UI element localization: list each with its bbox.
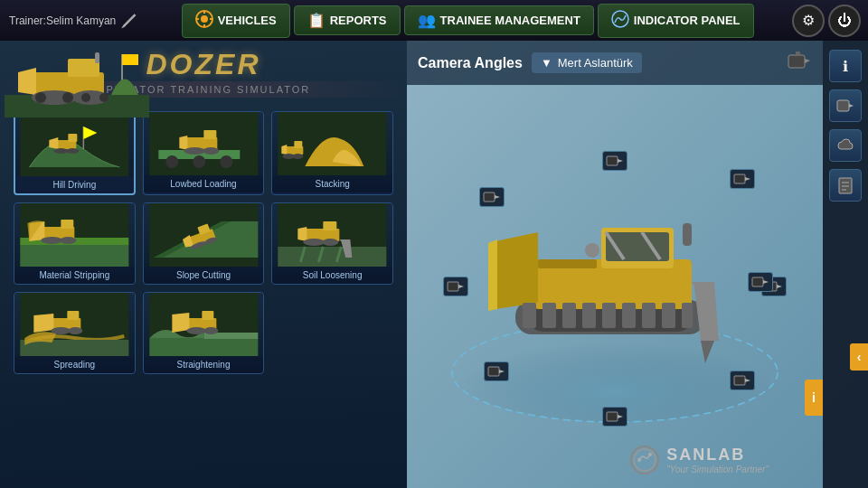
svg-point-38 — [293, 154, 304, 159]
stacking-label: Stacking — [272, 175, 392, 192]
svg-point-12 — [35, 92, 46, 103]
operator-selector[interactable]: ▼ Mert Aslantürk — [532, 52, 642, 73]
camera-mover-icon[interactable] — [787, 48, 812, 78]
svg-point-13 — [62, 92, 73, 103]
svg-rect-99 — [607, 412, 618, 421]
cam-bottom-left[interactable] — [484, 361, 509, 381]
expand-button[interactable]: i — [805, 380, 823, 416]
svg-rect-22 — [68, 134, 77, 142]
stacking-image — [272, 112, 392, 175]
cam-bottom[interactable] — [602, 407, 627, 427]
top-nav: Trainer:Selim Kamyan VEHICLES 📋 REPORTS … — [0, 0, 868, 41]
svg-rect-111 — [734, 376, 745, 385]
svg-rect-92 — [662, 303, 675, 328]
nav-reports[interactable]: 📋 REPORTS — [294, 5, 401, 35]
edit-icon[interactable] — [121, 13, 137, 29]
nav-vehicles[interactable]: VEHICLES — [182, 4, 290, 38]
svg-marker-119 — [849, 104, 854, 108]
info-button[interactable]: ℹ — [829, 50, 862, 82]
cam-left[interactable] — [443, 277, 468, 296]
svg-rect-88 — [582, 303, 596, 328]
svg-point-28 — [193, 155, 205, 168]
scenarios-grid: Hill Driving — [0, 102, 407, 383]
trainer-info: Trainer:Selim Kamyan — [0, 13, 146, 29]
svg-rect-61 — [20, 340, 128, 356]
video-button[interactable] — [829, 89, 862, 122]
svg-rect-36 — [295, 141, 303, 148]
svg-rect-113 — [752, 277, 763, 286]
svg-rect-16 — [122, 54, 138, 65]
nav-indicator-panel[interactable]: INDICATOR PANEL — [598, 4, 754, 38]
svg-rect-101 — [448, 282, 458, 291]
svg-point-59 — [323, 239, 339, 246]
scenario-hill-driving[interactable]: Hill Driving — [14, 111, 136, 195]
reports-label: REPORTS — [330, 14, 387, 27]
svg-rect-75 — [796, 52, 800, 56]
indicator-label: INDICATOR PANEL — [634, 14, 741, 27]
svg-marker-98 — [618, 159, 623, 163]
lowbed-loading-image — [144, 112, 264, 175]
svg-rect-118 — [837, 100, 849, 111]
right-sidebar: ℹ i ‹ — [823, 41, 868, 488]
svg-rect-96 — [683, 223, 692, 246]
collapse-icon: ‹ — [857, 350, 862, 364]
scenario-soil-loosening[interactable]: Soil Loosening — [271, 202, 393, 285]
soil-loosening-image — [272, 203, 392, 267]
scenario-lowbed-loading[interactable]: Lowbed Loading — [143, 111, 265, 195]
scenario-stacking[interactable]: Stacking — [271, 111, 393, 195]
svg-point-65 — [68, 327, 82, 334]
collapse-button[interactable]: ‹ — [850, 343, 868, 371]
hill-driving-image — [15, 113, 134, 176]
svg-marker-104 — [777, 285, 782, 288]
straightening-label: Straightening — [144, 356, 264, 373]
svg-point-71 — [186, 327, 206, 334]
scenario-straightening[interactable]: Straightening — [143, 292, 265, 374]
svg-rect-73 — [788, 55, 805, 68]
straightening-image — [144, 293, 264, 356]
svg-point-64 — [51, 327, 71, 334]
cloud-button[interactable] — [829, 129, 862, 162]
svg-point-27 — [165, 155, 178, 168]
cam-top-left[interactable] — [479, 187, 505, 207]
cam-mid-right[interactable] — [748, 272, 773, 292]
dozer-3d-model — [425, 142, 805, 431]
svg-marker-108 — [745, 177, 750, 181]
material-stripping-label: Material Stripping — [14, 267, 135, 284]
spreading-label: Spreading — [14, 356, 135, 373]
scenario-material-stripping[interactable]: Material Stripping — [14, 202, 136, 285]
svg-point-33 — [203, 147, 219, 155]
svg-rect-107 — [734, 174, 745, 183]
cam-bottom-right[interactable] — [730, 371, 755, 390]
svg-rect-40 — [20, 244, 128, 267]
svg-point-44 — [41, 237, 62, 244]
trainee-label: TRAINEE MANAGEMENT — [440, 14, 580, 27]
svg-marker-112 — [745, 379, 750, 382]
svg-rect-109 — [488, 367, 499, 376]
scenario-spreading[interactable]: Spreading — [14, 292, 136, 374]
svg-rect-57 — [324, 221, 337, 230]
settings-button[interactable]: ⚙ — [792, 5, 825, 37]
trainee-icon: 👥 — [418, 12, 436, 29]
cam-top-right[interactable] — [730, 169, 755, 189]
cam-top[interactable] — [602, 151, 627, 171]
sanlab-icon — [630, 446, 659, 474]
svg-rect-85 — [523, 303, 536, 328]
svg-point-32 — [184, 147, 205, 155]
notes-button[interactable] — [829, 169, 862, 202]
svg-rect-67 — [149, 338, 258, 356]
svg-rect-89 — [602, 303, 616, 328]
svg-rect-93 — [682, 303, 693, 328]
scenario-slope-cutting[interactable]: Slope Cutting — [143, 202, 265, 285]
dropdown-arrow: ▼ — [541, 56, 552, 70]
power-button[interactable]: ⏻ — [828, 5, 861, 37]
expand-icon: i — [812, 390, 816, 405]
svg-marker-106 — [495, 195, 500, 199]
hill-driving-label: Hill Driving — [15, 176, 134, 193]
spreading-image — [14, 293, 135, 356]
svg-point-95 — [585, 243, 599, 258]
left-panel: DOZER OPERATOR TRAINING SIMULATOR — [0, 41, 407, 488]
nav-trainee-management[interactable]: 👥 TRAINEE MANAGEMENT — [404, 5, 594, 35]
svg-rect-70 — [202, 311, 213, 320]
svg-point-115 — [634, 449, 656, 471]
svg-marker-114 — [763, 280, 769, 284]
